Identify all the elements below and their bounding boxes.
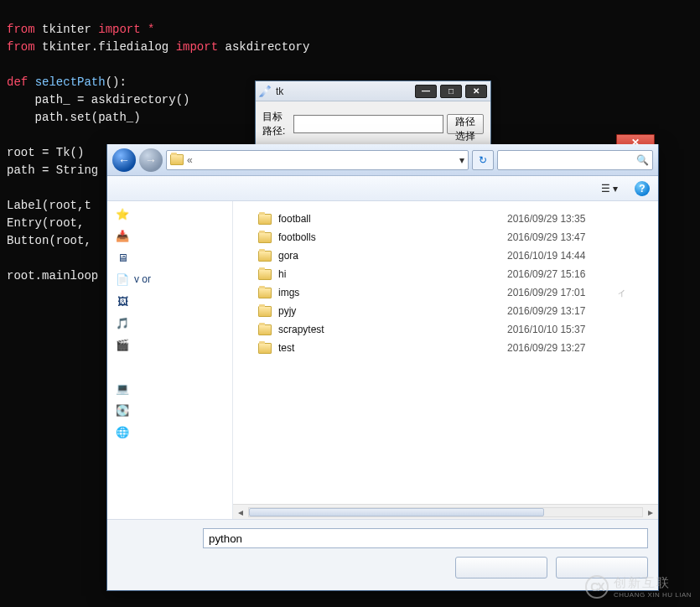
breadcrumb-sep: « — [187, 154, 193, 166]
dialog-nav-bar: ← → « ▾ ↻ 🔍 — [107, 144, 658, 176]
tk-icon — [259, 86, 271, 97]
folder-name: imgs — [278, 287, 507, 298]
folder-icon — [258, 288, 272, 298]
folder-row[interactable]: pyjy2016/09/29 13:17 — [233, 302, 658, 320]
scroll-thumb[interactable] — [249, 508, 544, 516]
nav-back-button[interactable]: ← — [112, 148, 136, 172]
tk-titlebar[interactable]: tk — □ ✕ — [256, 81, 490, 101]
nav-forward-button[interactable]: → — [139, 148, 163, 172]
folder-icon — [258, 232, 272, 243]
folder-icon — [258, 324, 272, 335]
scroll-right-icon[interactable]: ▸ — [643, 506, 658, 518]
folder-icon — [258, 269, 272, 280]
folder-row[interactable]: hi2016/09/27 15:16 — [233, 265, 658, 283]
watermark-logo: CX — [585, 575, 609, 599]
folder-name: pyjy — [278, 305, 507, 317]
search-icon: 🔍 — [636, 154, 649, 166]
dialog-bottom-bar — [107, 519, 658, 590]
folder-name: test — [278, 342, 507, 354]
breadcrumb-dropdown-icon[interactable]: ▾ — [459, 154, 464, 166]
nav-pictures[interactable]: 🖼 — [111, 293, 229, 309]
dialog-toolbar: ☰ ▾ ? — [107, 176, 658, 201]
minimize-button[interactable]: — — [415, 85, 437, 98]
folder-row[interactable]: test2016/09/29 13:27 — [233, 339, 658, 357]
nav-desktop[interactable]: 🖥 — [111, 250, 229, 265]
nav-downloads[interactable]: 📥 — [111, 228, 229, 243]
folder-name: footbolls — [278, 231, 507, 243]
folder-name: scrapytest — [278, 324, 507, 335]
folder-name: hi — [278, 268, 507, 280]
nav-network[interactable]: 🌐 — [111, 424, 229, 439]
breadcrumb[interactable]: « ▾ — [166, 150, 469, 170]
ok-button[interactable] — [455, 557, 547, 578]
close-button[interactable]: ✕ — [465, 85, 487, 98]
view-mode-button[interactable]: ☰ ▾ — [598, 181, 621, 196]
folder-date: 2016/09/27 15:16 — [507, 268, 616, 280]
watermark: CX 创新互联 CHUANG XIN HU LIAN — [585, 575, 692, 599]
folder-name-input[interactable] — [203, 528, 648, 548]
folder-date: 2016/09/29 13:27 — [507, 342, 616, 354]
navigation-pane[interactable]: ⭐ 📥 🖥 📄v or 🖼 🎵 🎬 💻 💽 🌐 — [107, 201, 233, 519]
folder-date: 2016/09/29 13:35 — [507, 213, 616, 225]
refresh-button[interactable]: ↻ — [472, 150, 494, 170]
folder-icon — [170, 154, 184, 165]
folder-row[interactable]: footbolls2016/09/29 13:47 — [233, 228, 658, 246]
folder-icon — [258, 306, 272, 317]
watermark-text-zh: 创新互联 — [614, 575, 671, 589]
nav-music[interactable]: 🎵 — [111, 315, 229, 330]
scroll-track[interactable] — [248, 507, 643, 517]
folder-date: 2016/09/29 17:01 — [507, 287, 616, 298]
folder-date: 2016/10/19 14:44 — [507, 250, 616, 262]
choose-path-button[interactable]: 路径选择 — [447, 114, 484, 134]
folder-icon — [258, 251, 272, 262]
folder-date: 2016/09/29 13:47 — [507, 231, 616, 243]
folder-name: football — [278, 213, 507, 225]
nav-computer[interactable]: 💻 — [111, 381, 229, 396]
folder-row[interactable]: imgs2016/09/29 17:01ィ — [233, 283, 658, 302]
folder-ext: ィ — [616, 286, 650, 300]
nav-documents[interactable]: 📄v or — [111, 272, 229, 287]
maximize-button[interactable]: □ — [440, 85, 462, 98]
target-path-label: 目标路径: — [262, 110, 290, 138]
chevron-down-icon: ▾ — [613, 183, 618, 195]
help-button[interactable]: ? — [635, 181, 650, 196]
folder-row[interactable]: scrapytest2016/10/10 15:37 — [233, 320, 658, 339]
scroll-left-icon[interactable]: ◂ — [233, 506, 248, 518]
search-input[interactable]: 🔍 — [497, 150, 653, 170]
watermark-text-py: CHUANG XIN HU LIAN — [614, 591, 692, 599]
folder-icon — [258, 214, 272, 225]
view-grid-icon: ☰ — [601, 183, 610, 195]
tk-title: tk — [276, 86, 415, 97]
nav-favorites[interactable]: ⭐ — [111, 206, 229, 221]
nav-videos[interactable]: 🎬 — [111, 337, 229, 352]
tk-window: tk — □ ✕ 目标路径: 路径选择 — [255, 80, 491, 148]
horizontal-scrollbar[interactable]: ◂ ▸ — [233, 504, 658, 519]
file-list[interactable]: football2016/09/29 13:35footbolls2016/09… — [233, 201, 658, 504]
folder-row[interactable]: gora2016/10/19 14:44 — [233, 246, 658, 265]
folder-icon — [258, 343, 272, 354]
folder-date: 2016/09/29 13:17 — [507, 305, 616, 317]
nav-drive[interactable]: 💽 — [111, 402, 229, 418]
folder-name: gora — [278, 250, 507, 262]
folder-dialog: ✕ ← → « ▾ ↻ 🔍 ☰ ▾ ? ⭐ 📥 🖥 📄v or 🖼 — [106, 144, 659, 591]
folder-row[interactable]: football2016/09/29 13:35 — [233, 210, 658, 228]
folder-date: 2016/10/10 15:37 — [507, 324, 616, 335]
target-path-input[interactable] — [293, 115, 443, 133]
